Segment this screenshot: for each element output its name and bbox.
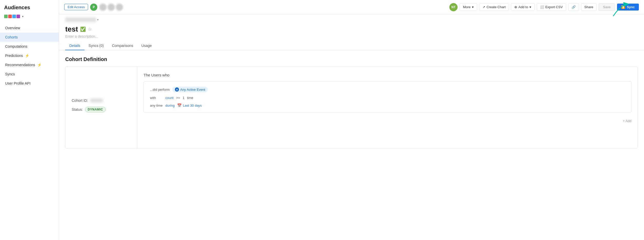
sidebar: Audiences ▾ Overview Cohorts Computation… <box>0 0 59 240</box>
blurred-avatars <box>99 4 123 11</box>
date-range-label: Last 30 days <box>183 104 202 107</box>
count-value: 1 <box>183 96 184 100</box>
color-dot-2 <box>8 15 12 18</box>
content-area: ▾ test ✅ ☆ Enter a description... Detail… <box>59 14 644 240</box>
verified-icon[interactable]: ✅ <box>80 26 86 32</box>
sidebar-item-label-computations: Computations <box>5 44 27 48</box>
blurred-avatar-1 <box>99 4 107 11</box>
with-label: with <box>150 96 163 100</box>
page-title-row: test ✅ ☆ <box>65 25 638 33</box>
chart-icon: ↗ <box>482 5 485 9</box>
color-dot-3 <box>12 15 16 18</box>
sidebar-item-recommendations[interactable]: Recommendations ⚡ <box>0 60 59 69</box>
status-label: Status: <box>72 107 83 112</box>
sidebar-item-label-recommendations: Recommendations <box>5 63 35 67</box>
add-to-label: Add to <box>518 5 528 9</box>
color-dot-4 <box>16 15 20 18</box>
status-row: Status: DYNAMIC <box>72 107 106 112</box>
event-tag[interactable]: ⊕ Any Active Event <box>172 87 208 92</box>
page-title: test <box>65 25 78 33</box>
event-icon: ⊕ <box>175 87 179 92</box>
edit-access-button[interactable]: Edit Access <box>64 4 88 10</box>
topbar-left: Edit Access P <box>64 4 123 11</box>
share-button[interactable]: Share <box>581 3 597 11</box>
cohort-id-label: Cohort ID: <box>72 98 88 103</box>
during-link[interactable]: during <box>165 104 175 107</box>
cohort-definition-section: Cohort Definition Cohort ID: Status: DYN… <box>59 50 644 155</box>
sidebar-item-label-cohorts: Cohorts <box>5 35 18 39</box>
create-chart-label: Create Chart <box>487 5 506 9</box>
topbar-wrapper: Edit Access P NT More ▾ ↗ Create Chart <box>59 0 644 14</box>
share-label: Share <box>584 5 593 9</box>
cohort-definition-title: Cohort Definition <box>65 56 638 62</box>
create-chart-button[interactable]: ↗ Create Chart <box>479 3 509 11</box>
did-perform-label: ...did perform <box>150 88 170 92</box>
sidebar-item-cohorts[interactable]: Cohorts <box>0 33 59 42</box>
tab-usage[interactable]: Usage <box>137 42 156 50</box>
status-badge: DYNAMIC <box>85 107 106 112</box>
recommendations-icon: ⚡ <box>37 63 42 67</box>
save-button[interactable]: Save <box>599 3 615 11</box>
workspace-chevron-icon: ▾ <box>22 15 24 18</box>
sync-icon: ⏫ <box>621 5 625 9</box>
topbar: Edit Access P NT More ▾ ↗ Create Chart <box>59 0 644 14</box>
tab-syncs[interactable]: Syncs (0) <box>84 42 108 50</box>
definition-panel: Cohort ID: Status: DYNAMIC The Users who <box>65 66 638 148</box>
workspace-color-bar <box>4 15 20 18</box>
cohort-id-row: Cohort ID: <box>72 98 103 103</box>
users-who-label: The Users who <box>144 73 631 77</box>
export-icon: ⬜ <box>540 5 544 9</box>
star-icon[interactable]: ☆ <box>88 26 92 32</box>
tab-comparisons[interactable]: Comparisons <box>108 42 137 50</box>
time-label: time <box>187 96 193 100</box>
calendar-icon: 📅 <box>177 103 182 107</box>
count-link[interactable]: count <box>165 96 174 100</box>
breadcrumb-blurred <box>65 17 96 22</box>
sidebar-item-label-predictions: Predictions <box>5 54 23 58</box>
definition-left-panel: Cohort ID: Status: DYNAMIC <box>65 67 137 148</box>
more-label: More <box>463 5 471 9</box>
sidebar-item-predictions[interactable]: Predictions ⚡ <box>0 51 59 60</box>
sidebar-item-label-overview: Overview <box>5 26 20 30</box>
time-row: any time during 📅 Last 30 days <box>150 103 625 107</box>
add-icon: ⊕ <box>514 5 517 9</box>
export-csv-button[interactable]: ⬜ Export CSV <box>537 3 566 11</box>
user-avatar: NT <box>449 3 458 11</box>
sidebar-item-label-syncs: Syncs <box>5 72 15 76</box>
sidebar-item-syncs[interactable]: Syncs <box>0 69 59 79</box>
topbar-right: NT More ▾ ↗ Create Chart ⊕ Add to ▾ ⬜ Ex… <box>449 3 639 11</box>
main-content: Edit Access P NT More ▾ ↗ Create Chart <box>59 0 644 240</box>
rule-box: ...did perform ⊕ Any Active Event with c… <box>144 81 631 113</box>
export-csv-label: Export CSV <box>545 5 563 9</box>
sync-label: Sync <box>627 5 635 9</box>
tabs: Details Syncs (0) Comparisons Usage <box>59 38 644 50</box>
sync-button[interactable]: ⏫ Sync <box>617 4 639 11</box>
blurred-avatar-3 <box>116 4 123 11</box>
add-to-chevron-icon: ▾ <box>529 5 531 9</box>
definition-right-panel: The Users who ...did perform ⊕ Any Activ… <box>137 67 638 148</box>
sidebar-item-label-user-profile-api: User Profile API <box>5 81 31 85</box>
add-to-button[interactable]: ⊕ Add to ▾ <box>511 3 535 11</box>
breadcrumb: ▾ <box>59 14 644 22</box>
tab-details[interactable]: Details <box>65 42 84 50</box>
more-button[interactable]: More ▾ <box>460 3 477 11</box>
page-header: test ✅ ☆ Enter a description... <box>59 22 644 38</box>
blurred-avatar-2 <box>108 4 115 11</box>
sidebar-nav: Overview Cohorts Computations Prediction… <box>0 21 59 90</box>
operator-label: >= <box>176 96 180 100</box>
did-perform-row: ...did perform ⊕ Any Active Event <box>150 87 625 92</box>
link-icon: 🔗 <box>572 5 576 9</box>
date-range-tag[interactable]: 📅 Last 30 days <box>177 103 202 107</box>
sidebar-item-user-profile-api[interactable]: User Profile API <box>0 79 59 88</box>
add-link[interactable]: + Add <box>623 119 631 123</box>
link-button[interactable]: 🔗 <box>568 3 579 11</box>
sidebar-item-overview[interactable]: Overview <box>0 23 59 33</box>
count-row: with count >= 1 time <box>150 96 625 100</box>
workspace-selector[interactable]: ▾ <box>0 14 59 21</box>
app-title: Audiences <box>0 0 59 14</box>
predictions-icon: ⚡ <box>25 54 29 58</box>
sidebar-item-computations[interactable]: Computations <box>0 42 59 51</box>
breadcrumb-chevron-icon: ▾ <box>97 18 99 22</box>
description-field[interactable]: Enter a description... <box>65 33 638 38</box>
cohort-id-value <box>90 98 103 103</box>
